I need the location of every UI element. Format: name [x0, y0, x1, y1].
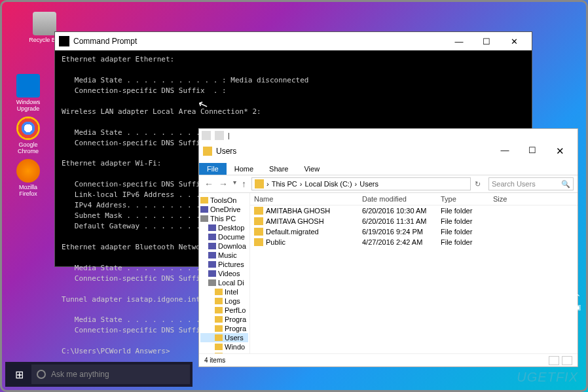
- cmd-icon: [59, 36, 69, 46]
- tree-node[interactable]: Pictures: [200, 260, 248, 269]
- file-date: 6/19/2016 9:24 PM: [358, 226, 437, 237]
- folder-icon: [200, 206, 208, 213]
- folder-icon: [200, 215, 208, 222]
- desktop-icon-label: Mozilla Firefox: [19, 184, 37, 197]
- title-bar[interactable]: Command Prompt — ☐ ✕: [55, 32, 532, 50]
- search-input[interactable]: Search Users 🔍: [488, 177, 574, 190]
- folder-icon: [254, 207, 263, 215]
- search-icon: 🔍: [561, 180, 570, 188]
- tab-file[interactable]: File: [199, 163, 227, 175]
- close-button[interactable]: ✕: [500, 37, 528, 46]
- tree-node[interactable]: ToolsOn: [200, 196, 248, 205]
- desktop-icon-chrome[interactable]: Google Chrome: [12, 116, 45, 154]
- tree-node[interactable]: PerfLo: [200, 306, 248, 315]
- tab-home[interactable]: Home: [227, 163, 261, 175]
- folder-icon: [215, 334, 223, 341]
- view-icons-button[interactable]: [562, 356, 572, 365]
- taskbar: ⊞ Ask me anything: [5, 362, 193, 387]
- tree-node[interactable]: This PC: [200, 214, 248, 223]
- navigation-tree[interactable]: ToolsOnOneDriveThis PCDesktopDocumeDownl…: [199, 193, 250, 353]
- cortana-search[interactable]: Ask me anything: [31, 365, 190, 384]
- up-button[interactable]: ↑: [242, 179, 246, 189]
- desktop-icon-windows-upgrade[interactable]: Windows Upgrade: [12, 74, 45, 112]
- tree-node-label: Progra: [225, 325, 246, 332]
- tree-node-label: PerfLo: [225, 306, 246, 314]
- tree-node[interactable]: Intel: [200, 287, 248, 296]
- minimize-button[interactable]: —: [491, 145, 519, 157]
- title-bar[interactable]: Users — ☐ ✕: [199, 142, 578, 160]
- breadcrumb[interactable]: › This PC › Local Disk (C:) › Users: [251, 177, 471, 190]
- tab-view[interactable]: View: [296, 163, 327, 175]
- file-row[interactable]: AMITAVA GHOSH6/20/2016 11:31 AMFile fold…: [250, 216, 578, 226]
- qa-button[interactable]: [215, 131, 224, 140]
- tree-node[interactable]: Local Di: [200, 278, 248, 287]
- column-header-date[interactable]: Date modified: [358, 193, 437, 205]
- tree-node[interactable]: Progra: [200, 315, 248, 324]
- breadcrumb-item[interactable]: This PC: [272, 180, 297, 188]
- tree-node-label: Progra: [225, 315, 246, 323]
- tree-node[interactable]: Windo: [200, 342, 248, 351]
- folder-icon: [215, 316, 223, 323]
- tree-node[interactable]: OneDrive: [200, 205, 248, 214]
- folder-icon: [208, 234, 216, 240]
- folder-icon: [203, 147, 212, 156]
- system-tray[interactable]: ⌃ ▣: [574, 293, 581, 312]
- qa-button[interactable]: [202, 131, 211, 140]
- maximize-button[interactable]: ☐: [519, 145, 546, 157]
- item-count: 4 items: [204, 357, 225, 364]
- folder-icon: [254, 238, 263, 246]
- forward-button[interactable]: →: [219, 179, 228, 189]
- tree-node[interactable]: Desktop: [200, 223, 248, 232]
- tree-node[interactable]: Docume: [200, 232, 248, 241]
- back-button[interactable]: ←: [204, 179, 213, 189]
- breadcrumb-chevron-icon[interactable]: ›: [355, 180, 358, 188]
- column-header-name[interactable]: Name: [250, 193, 358, 205]
- tree-node[interactable]: Videos: [200, 269, 248, 278]
- tree-node[interactable]: Users: [200, 333, 248, 342]
- folder-icon: [208, 261, 216, 268]
- file-size: [489, 226, 528, 237]
- tree-node-label: Users: [225, 334, 244, 342]
- search-placeholder: Search Users: [492, 180, 536, 188]
- column-header-size[interactable]: Size: [489, 193, 528, 205]
- tray-icon[interactable]: ▣: [574, 303, 581, 312]
- tree-node[interactable]: Logs: [200, 296, 248, 306]
- folder-icon: [200, 197, 208, 204]
- folder-icon: [208, 224, 216, 231]
- file-row[interactable]: Public4/27/2016 2:42 AMFile folder: [250, 237, 578, 247]
- file-size: [489, 205, 528, 216]
- breadcrumb-chevron-icon[interactable]: ›: [266, 180, 269, 188]
- file-date: 4/27/2016 2:42 AM: [358, 237, 437, 247]
- view-details-button[interactable]: [549, 356, 559, 365]
- breadcrumb-chevron-icon[interactable]: ›: [300, 180, 303, 188]
- close-button[interactable]: ✕: [546, 145, 574, 157]
- tree-node[interactable]: Music: [200, 251, 248, 260]
- tray-chevron-icon[interactable]: ⌃: [575, 293, 581, 302]
- folder-icon: [255, 179, 264, 188]
- desktop-icon-firefox[interactable]: Mozilla Firefox: [12, 159, 45, 197]
- breadcrumb-item[interactable]: Users: [359, 180, 378, 188]
- column-header-type[interactable]: Type: [437, 193, 489, 205]
- tree-node[interactable]: Progra: [200, 324, 248, 333]
- tree-node[interactable]: Downloa: [200, 241, 248, 251]
- folder-icon: [208, 270, 216, 277]
- tab-share[interactable]: Share: [261, 163, 296, 175]
- quick-access-toolbar: |: [199, 129, 578, 142]
- desktop-icon-label: Google Chrome: [18, 141, 39, 154]
- tree-node-label: Windo: [225, 343, 245, 351]
- minimize-button[interactable]: —: [445, 37, 473, 46]
- maximize-button[interactable]: ☐: [473, 37, 500, 46]
- refresh-button[interactable]: ↻: [471, 180, 485, 188]
- breadcrumb-item[interactable]: Local Disk (C:): [304, 180, 352, 188]
- history-dropdown-icon[interactable]: ▾: [233, 179, 236, 189]
- chrome-icon: [16, 116, 40, 140]
- file-row[interactable]: AMITABHA GHOSH6/20/2016 10:30 AMFile fol…: [250, 205, 578, 216]
- search-placeholder: Ask me anything: [51, 370, 109, 379]
- file-row[interactable]: Default.migrated6/19/2016 9:24 PMFile fo…: [250, 226, 578, 237]
- folder-icon: [208, 243, 216, 249]
- start-button[interactable]: ⊞: [8, 365, 30, 384]
- file-list: Name Date modified Type Size AMITABHA GH…: [250, 193, 578, 353]
- recycle-bin-icon: [33, 12, 56, 35]
- tree-node-label: Desktop: [218, 224, 244, 232]
- tree-node-label: Music: [218, 251, 237, 259]
